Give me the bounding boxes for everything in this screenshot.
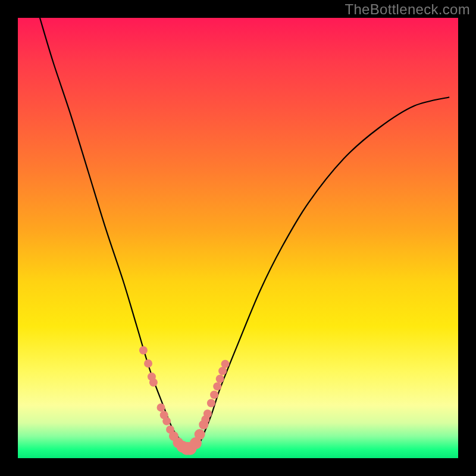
marker-dot bbox=[149, 378, 158, 387]
marker-dot bbox=[162, 417, 171, 425]
marker-dot bbox=[216, 375, 224, 383]
highlight-markers bbox=[18, 18, 458, 458]
marker-dot bbox=[157, 403, 165, 412]
marker-dot bbox=[207, 399, 215, 408]
marker-dot bbox=[221, 360, 230, 368]
watermark-text: TheBottleneck.com bbox=[345, 1, 470, 18]
marker-dot bbox=[203, 409, 212, 418]
plot-area bbox=[18, 18, 458, 458]
marker-dot bbox=[210, 390, 218, 399]
marker-dot bbox=[144, 359, 152, 368]
marker-dot bbox=[139, 346, 148, 355]
marker-group bbox=[139, 346, 230, 455]
marker-dot bbox=[195, 429, 205, 440]
marker-dot bbox=[213, 382, 221, 390]
chart-outer: TheBottleneck.com bbox=[0, 0, 476, 476]
